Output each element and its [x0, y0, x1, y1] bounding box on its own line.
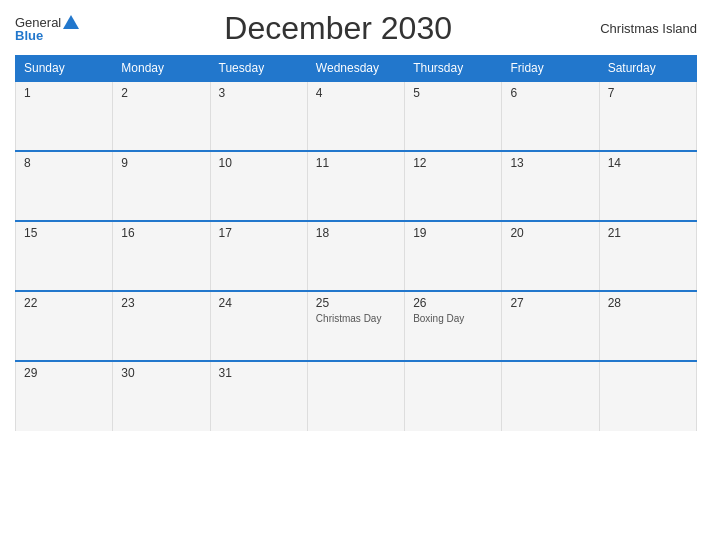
- day-number: 3: [219, 86, 299, 100]
- header-thursday: Thursday: [405, 56, 502, 82]
- day-number: 19: [413, 226, 493, 240]
- day-number: 21: [608, 226, 688, 240]
- day-number: 7: [608, 86, 688, 100]
- day-number: 16: [121, 226, 201, 240]
- day-cell: 2: [113, 81, 210, 151]
- day-number: 12: [413, 156, 493, 170]
- header-monday: Monday: [113, 56, 210, 82]
- logo-general-text: General: [15, 16, 61, 29]
- week-row-5: 293031: [16, 361, 697, 431]
- day-number: 29: [24, 366, 104, 380]
- day-cell: 21: [599, 221, 696, 291]
- day-cell: 31: [210, 361, 307, 431]
- day-cell: 8: [16, 151, 113, 221]
- day-number: 26: [413, 296, 493, 310]
- day-cell: 7: [599, 81, 696, 151]
- day-number: 18: [316, 226, 396, 240]
- day-cell: 11: [307, 151, 404, 221]
- logo: General Blue: [15, 15, 79, 42]
- day-cell: 12: [405, 151, 502, 221]
- day-number: 5: [413, 86, 493, 100]
- logo-blue-text: Blue: [15, 29, 43, 42]
- day-cell: 24: [210, 291, 307, 361]
- logo-triangle-icon: [63, 15, 79, 29]
- day-number: 2: [121, 86, 201, 100]
- day-cell: 13: [502, 151, 599, 221]
- day-number: 14: [608, 156, 688, 170]
- header-wednesday: Wednesday: [307, 56, 404, 82]
- day-cell: 25Christmas Day: [307, 291, 404, 361]
- day-cell: 14: [599, 151, 696, 221]
- day-cell: 19: [405, 221, 502, 291]
- day-cell: 9: [113, 151, 210, 221]
- day-cell: 16: [113, 221, 210, 291]
- calendar-title: December 2030: [79, 10, 597, 47]
- week-row-1: 1234567: [16, 81, 697, 151]
- week-row-2: 891011121314: [16, 151, 697, 221]
- header-saturday: Saturday: [599, 56, 696, 82]
- day-number: 25: [316, 296, 396, 310]
- day-number: 4: [316, 86, 396, 100]
- day-cell: 18: [307, 221, 404, 291]
- header-tuesday: Tuesday: [210, 56, 307, 82]
- day-number: 1: [24, 86, 104, 100]
- day-number: 27: [510, 296, 590, 310]
- week-row-4: 22232425Christmas Day26Boxing Day2728: [16, 291, 697, 361]
- weekday-header-row: Sunday Monday Tuesday Wednesday Thursday…: [16, 56, 697, 82]
- day-number: 15: [24, 226, 104, 240]
- day-number: 30: [121, 366, 201, 380]
- day-number: 24: [219, 296, 299, 310]
- header-friday: Friday: [502, 56, 599, 82]
- day-cell: 15: [16, 221, 113, 291]
- holiday-label: Boxing Day: [413, 313, 493, 325]
- holiday-label: Christmas Day: [316, 313, 396, 325]
- day-cell: 3: [210, 81, 307, 151]
- day-number: 22: [24, 296, 104, 310]
- day-cell: 28: [599, 291, 696, 361]
- day-cell: 30: [113, 361, 210, 431]
- day-cell: 5: [405, 81, 502, 151]
- calendar-body: 1234567891011121314151617181920212223242…: [16, 81, 697, 431]
- day-cell: 27: [502, 291, 599, 361]
- day-cell: 22: [16, 291, 113, 361]
- day-cell: 10: [210, 151, 307, 221]
- day-number: 9: [121, 156, 201, 170]
- calendar-table: Sunday Monday Tuesday Wednesday Thursday…: [15, 55, 697, 431]
- day-cell: 6: [502, 81, 599, 151]
- day-number: 13: [510, 156, 590, 170]
- day-number: 28: [608, 296, 688, 310]
- region-label: Christmas Island: [597, 21, 697, 36]
- day-cell: 17: [210, 221, 307, 291]
- calendar-container: General Blue December 2030 Christmas Isl…: [0, 0, 712, 550]
- day-cell: 20: [502, 221, 599, 291]
- day-cell: [502, 361, 599, 431]
- day-cell: 4: [307, 81, 404, 151]
- calendar-header: General Blue December 2030 Christmas Isl…: [15, 10, 697, 47]
- day-number: 23: [121, 296, 201, 310]
- day-number: 11: [316, 156, 396, 170]
- week-row-3: 15161718192021: [16, 221, 697, 291]
- day-cell: [307, 361, 404, 431]
- day-number: 17: [219, 226, 299, 240]
- day-number: 20: [510, 226, 590, 240]
- day-cell: 29: [16, 361, 113, 431]
- day-number: 6: [510, 86, 590, 100]
- day-number: 31: [219, 366, 299, 380]
- header-sunday: Sunday: [16, 56, 113, 82]
- day-cell: 1: [16, 81, 113, 151]
- day-cell: 23: [113, 291, 210, 361]
- day-cell: [405, 361, 502, 431]
- day-cell: [599, 361, 696, 431]
- day-number: 8: [24, 156, 104, 170]
- day-number: 10: [219, 156, 299, 170]
- day-cell: 26Boxing Day: [405, 291, 502, 361]
